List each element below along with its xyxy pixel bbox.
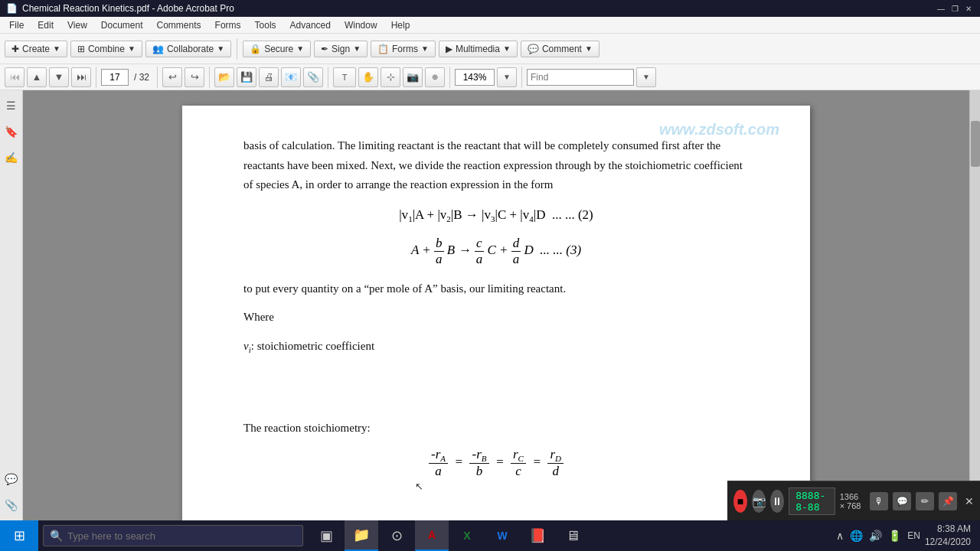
rec-draw-button[interactable]: ✏ [916,492,934,510]
menu-edit[interactable]: Edit [31,18,60,32]
main-area: ☰ 🔖 ✍ 💬 📎 www.zdsoft.com basis of calcul… [0,90,980,520]
cortana-icon[interactable]: ⊙ [380,520,413,551]
taskbar-icons: ▣ 📁 ⊙ A X W 📕 🖥 [309,520,590,551]
pdf-taskbar-icon[interactable]: 📕 [521,520,554,551]
menu-comments[interactable]: Comments [151,18,207,32]
prev-page-button[interactable]: ▲ [27,67,47,87]
last-page-button[interactable]: ⏭ [71,67,91,87]
titlebar-left: 📄 Chemical Reaction Kinetics.pdf - Adobe… [6,3,234,14]
titlebar: 📄 Chemical Reaction Kinetics.pdf - Adobe… [0,0,980,17]
forms-button[interactable]: 📋 Forms ▼ [371,41,436,57]
multimedia-label: Multimedia [456,44,500,54]
menu-tools[interactable]: Tools [249,18,283,32]
toolbar: ✚ Create ▼ ⊞ Combine ▼ 👥 Collaborate ▼ 🔒… [0,34,980,64]
create-button[interactable]: ✚ Create ▼ [5,41,67,57]
pdf-area[interactable]: www.zdsoft.com basis of calculation. The… [23,90,969,520]
save-button[interactable]: 💾 [237,67,256,87]
sidebar: ☰ 🔖 ✍ 💬 📎 [0,90,23,520]
pdf-paragraph-3: The reaction stoichiometry: [243,419,749,439]
pdf-page: www.zdsoft.com basis of calculation. The… [182,106,810,520]
zoom-dropdown-button[interactable]: ▼ [497,67,517,87]
forms-dropdown-icon: ▼ [421,44,429,53]
attach-button[interactable]: 📎 [303,67,323,87]
open-button[interactable]: 📂 [214,67,234,87]
excel-taskbar-icon[interactable]: X [450,520,484,551]
collaborate-icon: 👥 [152,44,164,54]
rec-mic-button[interactable]: 🎙 [870,492,888,510]
rec-close-button[interactable]: ✕ [965,495,974,507]
page-number-input[interactable] [101,69,129,86]
start-button[interactable]: ⊞ [0,520,38,551]
menubar: File Edit View Document Comments Forms T… [0,17,980,34]
keyboard-lang[interactable]: EN [907,530,920,541]
battery-icon[interactable]: 🔋 [888,530,901,542]
taskbar-search-box[interactable]: 🔍 [43,525,303,546]
rec-counter: 8888-8-88 [789,487,835,515]
print-button[interactable]: 🖨 [259,67,279,87]
sidebar-attach-icon[interactable]: 📎 [4,497,19,513]
sidebar-bookmarks-icon[interactable]: 🔖 [4,124,19,139]
next-page-button[interactable]: ▼ [49,67,69,87]
window-title: Chemical Reaction Kinetics.pdf - Adobe A… [22,3,234,14]
first-page-button[interactable]: ⏮ [5,67,24,87]
rec-pause-button[interactable]: ⏸ [770,490,784,513]
find-input[interactable] [527,69,634,86]
combine-button[interactable]: ⊞ Combine ▼ [70,41,142,57]
email-button[interactable]: 📧 [281,67,301,87]
system-clock[interactable]: 8:38 AM 12/24/2020 [925,523,971,549]
rec-stop-icon: ■ [737,495,743,507]
tray-expand-icon[interactable]: ∧ [836,530,844,542]
rec-stop-button[interactable]: ■ [733,490,747,513]
create-icon: ✚ [11,44,19,54]
close-button[interactable]: ✕ [963,3,974,14]
extra-taskbar-icon[interactable]: 🖥 [556,520,590,551]
forms-icon: 📋 [377,44,389,54]
back-button[interactable]: ↩ [162,67,182,87]
network-icon[interactable]: 🌐 [850,530,863,542]
menu-file[interactable]: File [3,18,30,32]
task-view-button[interactable]: ▣ [309,520,343,551]
secure-button[interactable]: 🔒 Secure ▼ [243,41,311,57]
word-taskbar-icon[interactable]: W [485,520,519,551]
sidebar-pages-icon[interactable]: ☰ [4,98,19,113]
text-tool-button[interactable]: T [333,67,356,87]
maximize-button[interactable]: ❐ [949,3,960,14]
hand-tool-button[interactable]: ✋ [358,67,378,87]
zoom-input[interactable] [455,69,495,86]
menu-advanced[interactable]: Advanced [284,18,337,32]
sidebar-signatures-icon[interactable]: ✍ [4,150,19,165]
collaborate-button[interactable]: 👥 Collaborate ▼ [145,41,231,57]
create-label: Create [22,44,50,54]
menu-help[interactable]: Help [385,18,416,32]
minimize-button[interactable]: — [936,3,946,14]
sidebar-comment-icon[interactable]: 💬 [4,471,19,487]
scrollbar-thumb[interactable] [971,121,980,167]
forms-label: Forms [392,44,418,54]
nav-sep-2 [157,67,158,88]
touchup-button[interactable]: ⊕ [425,67,445,87]
snapshot-button[interactable]: 📷 [403,67,423,87]
sign-button[interactable]: ✒ Sign ▼ [314,41,368,57]
sound-icon[interactable]: 🔊 [869,530,882,542]
taskbar-search-input[interactable] [67,530,296,542]
rec-pin-button[interactable]: 📌 [939,492,957,510]
menu-view[interactable]: View [61,18,93,32]
comment-button[interactable]: 💬 Comment ▼ [521,41,599,57]
secure-label: Secure [264,44,293,54]
file-explorer-icon[interactable]: 📁 [345,520,378,551]
rec-cam-button[interactable]: 📷 [752,490,766,513]
acrobat-taskbar-icon[interactable]: A [415,520,449,551]
select-tool-button[interactable]: ⊹ [381,67,400,87]
collaborate-label: Collaborate [167,44,214,54]
page-total: / 32 [134,72,149,83]
rec-chat-button[interactable]: 💬 [893,492,911,510]
pdf-where: Where [243,308,749,328]
menu-document[interactable]: Document [95,18,149,32]
find-dropdown-button[interactable]: ▼ [636,67,656,87]
scrollbar[interactable] [969,90,980,520]
nav-sep-5 [449,67,450,88]
menu-window[interactable]: Window [338,18,384,32]
forward-button[interactable]: ↪ [185,67,204,87]
multimedia-button[interactable]: ▶ Multimedia ▼ [439,41,518,57]
menu-forms[interactable]: Forms [209,18,247,32]
